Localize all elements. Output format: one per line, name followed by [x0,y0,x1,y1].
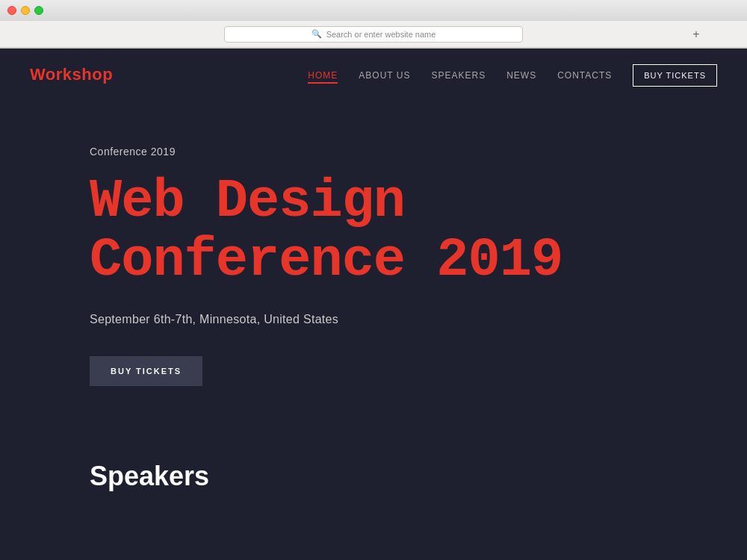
new-tab-button[interactable]: + [689,27,704,42]
nav-item-contacts[interactable]: CONTACTS [557,68,612,81]
conference-label: Conference 2019 [90,146,717,158]
website-content: Workshop HOME ABOUT US SPEAKERS NEWS CON… [0,49,747,560]
nav-item-speakers[interactable]: SPEAKERS [431,68,486,81]
address-text: Search or enter website name [326,30,436,39]
hero-section: Conference 2019 Web Design Conference 20… [0,101,747,431]
nav-item-news[interactable]: NEWS [506,68,536,81]
logo-prefix: Work [30,65,72,84]
close-button[interactable] [7,6,16,15]
nav-links: HOME ABOUT US SPEAKERS NEWS CONTACTS BUY… [308,68,717,81]
search-icon: 🔍 [311,29,322,39]
buy-tickets-button[interactable]: BUY TICKETS [90,356,202,386]
minimize-button[interactable] [21,6,30,15]
nav-link-home[interactable]: HOME [308,70,338,84]
navigation: Workshop HOME ABOUT US SPEAKERS NEWS CON… [0,49,747,101]
hero-subtitle: September 6th-7th, Minnesota, United Sta… [90,313,717,326]
nav-link-contacts[interactable]: CONTACTS [557,70,612,81]
hero-title-line2: Conference 2019 [90,230,562,291]
browser-chrome: 🔍 Search or enter website name + [0,0,747,49]
nav-link-tickets[interactable]: BUY TICKETS [633,64,717,87]
speakers-title: Speakers [90,461,717,492]
hero-title: Web Design Conference 2019 [90,172,717,290]
address-bar[interactable]: 🔍 Search or enter website name [224,26,523,43]
nav-link-about[interactable]: ABOUT US [359,70,410,81]
nav-item-home[interactable]: HOME [308,68,338,81]
maximize-button[interactable] [34,6,43,15]
logo-suffix: shop [72,65,114,84]
speakers-section: Speakers [0,431,747,507]
nav-link-news[interactable]: NEWS [506,70,536,81]
site-logo[interactable]: Workshop [30,65,113,84]
browser-titlebar [0,0,747,21]
nav-item-about[interactable]: ABOUT US [359,68,410,81]
hero-title-line1: Web Design [90,171,405,232]
nav-link-speakers[interactable]: SPEAKERS [431,70,486,81]
browser-toolbar: 🔍 Search or enter website name + [0,21,747,48]
nav-item-tickets[interactable]: BUY TICKETS [633,68,717,81]
